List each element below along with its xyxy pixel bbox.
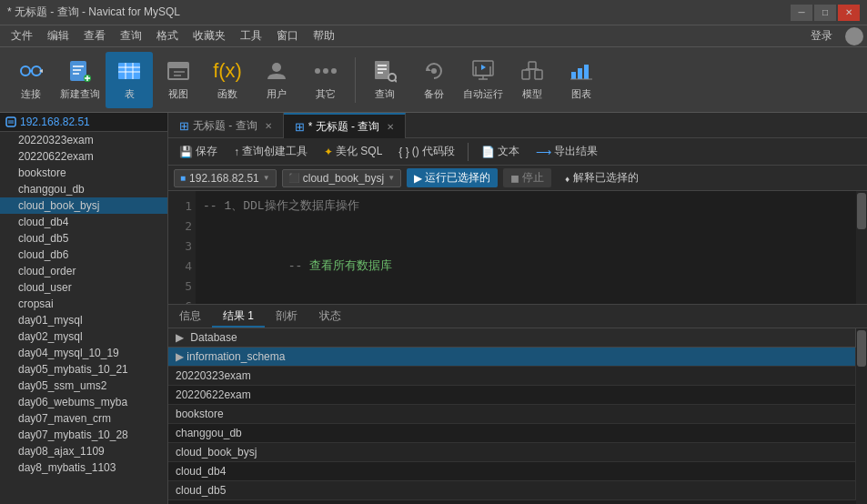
menu-tools[interactable]: 工具 bbox=[233, 26, 269, 45]
text-button[interactable]: 📄 文本 bbox=[476, 142, 525, 161]
func-label: 函数 bbox=[217, 87, 237, 101]
table-row[interactable]: 20220622exam bbox=[168, 386, 856, 405]
run-selected-button[interactable]: ▶ 运行已选择的 bbox=[407, 168, 498, 187]
sidebar-item-2[interactable]: bookstore bbox=[0, 165, 167, 181]
table-button[interactable]: 表 bbox=[106, 52, 153, 108]
create-tool-label: 查询创建工具 bbox=[242, 144, 307, 159]
table-row[interactable]: changgou_db bbox=[168, 424, 856, 443]
menu-help[interactable]: 帮助 bbox=[306, 26, 342, 45]
table-row[interactable]: cloud_book_bysj bbox=[168, 443, 856, 462]
beautify-button[interactable]: ✦ 美化 SQL bbox=[318, 142, 388, 161]
sidebar-item-16[interactable]: day06_webums_myba bbox=[0, 394, 167, 410]
editor-scrollbar[interactable] bbox=[856, 191, 867, 304]
sidebar-item-17[interactable]: day07_maven_crm bbox=[0, 410, 167, 427]
svg-point-0 bbox=[21, 66, 30, 76]
svg-rect-24 bbox=[375, 61, 389, 79]
result-col-header: ▶ Database bbox=[168, 328, 856, 348]
backup-label: 备份 bbox=[424, 87, 444, 101]
sidebar-item-8[interactable]: cloud_order bbox=[0, 263, 167, 279]
sidebar-item-5[interactable]: cloud_db4 bbox=[0, 214, 167, 230]
table-row[interactable]: bookstore bbox=[168, 405, 856, 424]
server-flag: ■ bbox=[180, 173, 186, 183]
create-tool-button[interactable]: ↑ 查询创建工具 bbox=[228, 142, 313, 161]
save-button[interactable]: 💾 保存 bbox=[174, 142, 223, 161]
code-editor[interactable]: -- 1、DDL操作之数据库操作 -- 查看所有数据库 show databas… bbox=[196, 191, 856, 304]
snippet-button[interactable]: { } () 代码段 bbox=[393, 142, 460, 161]
table-row[interactable]: cloud_db5 bbox=[168, 481, 856, 500]
result-tab-status[interactable]: 状态 bbox=[308, 305, 352, 328]
server-select[interactable]: ■ 192.168.82.51 ▼ bbox=[174, 169, 277, 187]
connect-button[interactable]: 连接 bbox=[7, 52, 55, 108]
table-cell: 20220622exam bbox=[168, 386, 856, 405]
model-label: 模型 bbox=[522, 87, 542, 101]
sidebar-item-0[interactable]: 20220323exam bbox=[0, 132, 167, 148]
menu-format[interactable]: 格式 bbox=[149, 26, 186, 45]
tab-2[interactable]: ⊞ * 无标题 - 查询 ✕ bbox=[284, 113, 407, 138]
login-label[interactable]: 登录 bbox=[803, 26, 840, 45]
menu-file[interactable]: 文件 bbox=[4, 26, 40, 45]
sidebar-item-12[interactable]: day02_mysql bbox=[0, 328, 167, 345]
sidebar-item-13[interactable]: day04_mysql_10_19 bbox=[0, 345, 167, 361]
table-cell: ▶ information_schema bbox=[168, 348, 856, 367]
line-num-3: 3 bbox=[172, 237, 192, 257]
result-tab-1[interactable]: 结果 1 bbox=[212, 305, 265, 328]
sidebar-item-19[interactable]: day08_ajax_1109 bbox=[0, 443, 167, 459]
close-button[interactable]: ✕ bbox=[838, 5, 860, 21]
view-button[interactable]: 视图 bbox=[155, 52, 202, 108]
chart-button[interactable]: 图表 bbox=[558, 52, 605, 108]
new-query-button[interactable]: 新建查询 bbox=[56, 52, 104, 108]
user-button[interactable]: 用户 bbox=[253, 52, 300, 108]
result-tab-profile[interactable]: 剖析 bbox=[265, 305, 308, 328]
table-row[interactable]: ▶ information_schema bbox=[168, 348, 856, 367]
backup-button[interactable]: 备份 bbox=[410, 52, 458, 108]
explain-button[interactable]: ⬧ 解释已选择的 bbox=[557, 168, 646, 187]
sidebar-item-15[interactable]: day05_ssm_ums2 bbox=[0, 378, 167, 394]
menu-window[interactable]: 窗口 bbox=[269, 26, 306, 45]
sidebar-item-10[interactable]: cropsai bbox=[0, 296, 167, 312]
chart-icon bbox=[569, 58, 594, 84]
window-title: * 无标题 - 查询 - Navicat for MySQL bbox=[7, 5, 791, 20]
sidebar-item-cloud-book[interactable]: cloud_book_bysj bbox=[0, 197, 167, 214]
func-button[interactable]: f(x) 函数 bbox=[204, 52, 251, 108]
explain-icon: ⬧ bbox=[564, 172, 570, 185]
menu-favorites[interactable]: 收藏夹 bbox=[186, 26, 233, 45]
minimize-button[interactable]: ─ bbox=[791, 5, 812, 21]
titlebar: * 无标题 - 查询 - Navicat for MySQL ─ □ ✕ bbox=[0, 0, 867, 25]
sidebar-item-18[interactable]: day07_mybatis_10_28 bbox=[0, 427, 167, 443]
sidebar-item-1[interactable]: 20220622exam bbox=[0, 148, 167, 165]
query-toolbar: 💾 保存 ↑ 查询创建工具 ✦ 美化 SQL { } () 代码段 📄 文本 ⟶ bbox=[168, 138, 867, 166]
maximize-button[interactable]: □ bbox=[814, 5, 836, 21]
sidebar-item-20[interactable]: day8_mybatis_1103 bbox=[0, 459, 167, 476]
stop-button[interactable]: ◼ 停止 bbox=[503, 168, 551, 187]
model-button[interactable]: 模型 bbox=[509, 52, 556, 108]
table-row[interactable]: 20220323exam bbox=[168, 367, 856, 386]
menu-query[interactable]: 查询 bbox=[113, 26, 149, 45]
menu-edit[interactable]: 编辑 bbox=[40, 26, 76, 45]
export-button[interactable]: ⟶ 导出结果 bbox=[530, 142, 603, 161]
sidebar-item-14[interactable]: day05_mybatis_10_21 bbox=[0, 361, 167, 378]
database-select[interactable]: ⬛ cloud_book_bysj ▼ bbox=[282, 169, 401, 187]
sidebar-item-9[interactable]: cloud_user bbox=[0, 279, 167, 296]
autorun-button[interactable]: 自动运行 bbox=[459, 52, 507, 108]
tab-close-1[interactable]: ✕ bbox=[265, 121, 272, 131]
menu-view[interactable]: 查看 bbox=[76, 26, 113, 45]
table-row[interactable]: cloud_db4 bbox=[168, 462, 856, 481]
table-cell: 20220323exam bbox=[168, 367, 856, 386]
tab-close-2[interactable]: ✕ bbox=[387, 122, 394, 132]
sidebar-item-6[interactable]: cloud_db5 bbox=[0, 230, 167, 247]
sidebar-item-7[interactable]: cloud_db6 bbox=[0, 247, 167, 263]
main-area: 192.168.82.51 20220323exam 20220622exam … bbox=[0, 113, 867, 504]
result-scrollbar[interactable] bbox=[856, 328, 867, 504]
query-button[interactable]: 查询 bbox=[361, 52, 408, 108]
other-button[interactable]: 其它 bbox=[302, 52, 349, 108]
chart-label: 图表 bbox=[571, 87, 591, 101]
server-icon bbox=[5, 116, 16, 127]
sidebar-item-3[interactable]: changgou_db bbox=[0, 181, 167, 197]
table-cell: cloud_db4 bbox=[168, 462, 856, 481]
result-tab-info[interactable]: 信息 bbox=[168, 305, 212, 328]
tab-1[interactable]: ⊞ 无标题 - 查询 ✕ bbox=[168, 113, 284, 138]
sidebar-item-11[interactable]: day01_mysql bbox=[0, 312, 167, 328]
db-flag: ⬛ bbox=[288, 173, 299, 183]
svg-rect-45 bbox=[584, 65, 589, 79]
save-icon: 💾 bbox=[179, 146, 193, 158]
